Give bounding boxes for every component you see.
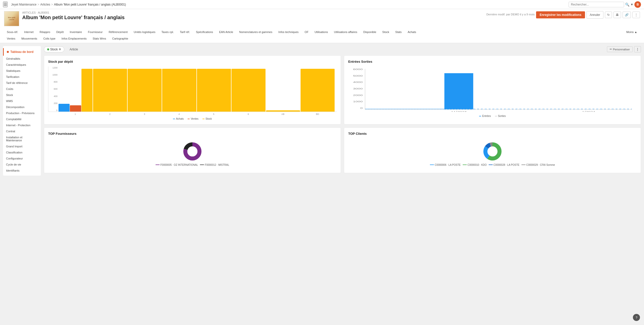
tab-r-f-rencement[interactable]: Référencement xyxy=(106,29,130,35)
tabs-row-1: Sous-réf.InternetRéapproDépôtInventaireF… xyxy=(4,28,640,35)
tab-achats[interactable]: Achats xyxy=(405,29,419,35)
sidebar-item-tarification[interactable]: Tarification xyxy=(3,74,41,80)
bar-yellow-6 xyxy=(266,110,300,112)
tab-article-button[interactable]: Article xyxy=(66,46,81,52)
more-options-button[interactable]: ⋮ xyxy=(632,12,640,18)
search-dropdown-icon[interactable]: ▼ xyxy=(630,3,633,6)
tab-nomenclatures-et-gammes[interactable]: Nomenclatures et gammes xyxy=(237,29,275,35)
sidebar-item-contrat[interactable]: Contrat xyxy=(3,128,41,134)
sidebar-item-co-ts[interactable]: Coûts xyxy=(3,86,41,92)
tab-unit-s-logistiques[interactable]: Unités logistiques xyxy=(131,29,158,35)
sidebar-item-production---pr-visions[interactable]: Production - Prévisions xyxy=(3,110,41,116)
y-label: 800 xyxy=(48,81,57,83)
sidebar-item-comptabilit-[interactable]: Comptabilité xyxy=(3,116,41,122)
sidebar-item-cycle-de-vie[interactable]: Cycle de vie xyxy=(3,161,41,168)
top-nav: ☰ Jeyet Maintenance > Articles > Album '… xyxy=(0,0,644,9)
legend-dot-entrees xyxy=(479,116,481,116)
sidebar-title-label: Tableau de bord xyxy=(10,50,34,54)
legend-line-f1 xyxy=(156,165,160,165)
stock-indicator xyxy=(47,48,49,50)
tab2-stats-wms[interactable]: Stats Wms xyxy=(90,36,109,41)
tab2-colis-type[interactable]: Colis type xyxy=(41,36,58,41)
tab2-ventes[interactable]: Ventes xyxy=(4,36,18,41)
sidebar-item-caract-ristiques[interactable]: Caractéristiques xyxy=(3,62,41,68)
sidebar-item-stock[interactable]: Stock xyxy=(3,92,41,98)
search-button[interactable]: 🔍 xyxy=(625,3,629,7)
tab2-infos-emplacements[interactable]: Infos Emplacements xyxy=(59,36,90,41)
tab-stock[interactable]: Stock xyxy=(379,29,392,35)
sidebar-item-classification[interactable]: Classification xyxy=(3,149,41,155)
print-button[interactable]: 🖶 xyxy=(613,12,621,18)
breadcrumb-articles[interactable]: Articles xyxy=(40,3,50,6)
stock-chart-legend: Achats Ventes Stock xyxy=(48,117,337,120)
hamburger-icon[interactable]: ☰ xyxy=(3,2,8,7)
legend-stock: Stock xyxy=(202,117,212,120)
tab-infos-techniques[interactable]: Infos techniques xyxy=(276,29,301,35)
sidebar-item-tarif-de-r-f-rence[interactable]: Tarif de référence xyxy=(3,80,41,86)
svg-text:1000: 1000 xyxy=(353,101,363,103)
save-button[interactable]: Enregistrer les modifications xyxy=(536,11,585,18)
breadcrumb-app[interactable]: Jeyet Maintenance xyxy=(11,3,37,6)
fournisseurs-chart-card: TOP Fournisseurs F0000005 xyxy=(44,127,341,173)
legend-entrees-label: Entrées xyxy=(482,115,491,117)
tab-disponible[interactable]: Disponible xyxy=(361,29,379,35)
breadcrumb-sep2: > xyxy=(51,3,53,6)
tab-tarif-r-f-[interactable]: Tarif réf. xyxy=(177,29,193,35)
tab-stock-button[interactable]: Stock ⚙ xyxy=(44,46,64,52)
sidebar-item-g-n-ralit-s[interactable]: Généralités xyxy=(3,56,41,62)
x-label: BD xyxy=(301,113,335,115)
search-input[interactable] xyxy=(569,2,624,7)
fournisseurs-pie-area: F0000005 · OZ INTERNATIONAL F0000012 · M… xyxy=(48,139,337,169)
article-title: Album 'Mon petit Louvre' français / angl… xyxy=(22,15,483,20)
sidebar-item-statistiques[interactable]: Statistiques xyxy=(3,68,41,74)
tab-taxes-cpl-[interactable]: Taxes cpl. xyxy=(159,29,177,35)
sidebar-title: Tableau de bord xyxy=(3,48,41,56)
stock-chart-title: Stock par dépôt xyxy=(48,60,337,63)
x-label: 5 xyxy=(197,113,231,115)
y-label: 200 xyxy=(48,102,57,105)
tab-inventaire[interactable]: Inventaire xyxy=(67,29,85,35)
sidebar-item-configurateur[interactable]: Configurateur xyxy=(3,155,41,161)
tab2-mouvements[interactable]: Mouvements xyxy=(19,36,40,41)
tab-internet[interactable]: Internet xyxy=(21,29,36,35)
tab-sp-cifications[interactable]: Spécifications xyxy=(193,29,216,35)
bar-group-5 xyxy=(231,69,266,112)
sidebar-item-internet---protection[interactable]: Internet - Protection xyxy=(3,122,41,128)
tab-stats[interactable]: Stats xyxy=(393,29,404,35)
stock-settings-icon: ⚙ xyxy=(59,48,61,51)
sidebar-item-grand-import[interactable]: Grand Import xyxy=(3,143,41,149)
tab2-cartographie[interactable]: Cartographie xyxy=(109,36,131,41)
bar-yellow-3 xyxy=(162,69,196,112)
link-button[interactable]: 🔗 xyxy=(623,12,631,18)
sidebar-item-wms[interactable]: WMS xyxy=(3,98,41,104)
avatar: B xyxy=(634,1,641,8)
sidebar-item-installation-et-maintenance[interactable]: Installation et Maintenance xyxy=(3,134,41,143)
sidebar-item-d-composition[interactable]: Décomposition xyxy=(3,104,41,110)
tab-r-appro[interactable]: Réappro xyxy=(37,29,53,35)
moins-button[interactable]: Moins ▲ xyxy=(624,29,640,35)
cancel-button[interactable]: Annuler xyxy=(587,11,603,19)
tab-sous-r-f-[interactable]: Sous-réf. xyxy=(4,29,21,35)
tab-stock-label: Stock xyxy=(50,48,58,51)
tab-utilisations[interactable]: Utilisations xyxy=(312,29,331,35)
legend-c2: C0000010 · KDO xyxy=(463,164,487,166)
tab-fournisseur[interactable]: Fournisseur xyxy=(85,29,105,35)
more-button[interactable]: ⋮ xyxy=(634,46,641,52)
bar-yellow-4 xyxy=(197,69,231,112)
breadcrumb: Jeyet Maintenance > Articles > Album 'Mo… xyxy=(11,3,126,6)
legend-c3: C0000028 · LA POSTE xyxy=(489,164,519,166)
undo-button[interactable]: ↻ xyxy=(605,12,612,18)
tab-ean-article[interactable]: EAN Article xyxy=(216,29,236,35)
legend-f1: F0000005 · OZ INTERNATIONAL xyxy=(156,164,198,166)
y-label: 1200 xyxy=(48,67,57,69)
sidebar-item-identifiants[interactable]: Identifiants xyxy=(3,168,41,174)
tab-d-p-t[interactable]: Dépôt xyxy=(53,29,66,35)
personaliser-button[interactable]: ✏ Personnaliser xyxy=(607,46,633,52)
tab-of[interactable]: OF xyxy=(302,29,311,35)
tab-utilisations-affaires[interactable]: Utilisations affaires xyxy=(331,29,360,35)
sidebar: Tableau de bord GénéralitésCaractéristiq… xyxy=(3,46,41,176)
legend-f1-label: F0000005 · OZ INTERNATIONAL xyxy=(160,164,198,166)
bar-chart-area: 120010008006004002000 xyxy=(48,67,337,112)
breadcrumb-current: Album 'Mon petit Louvre' français / angl… xyxy=(54,3,126,6)
help-button[interactable]: ? xyxy=(633,314,640,321)
